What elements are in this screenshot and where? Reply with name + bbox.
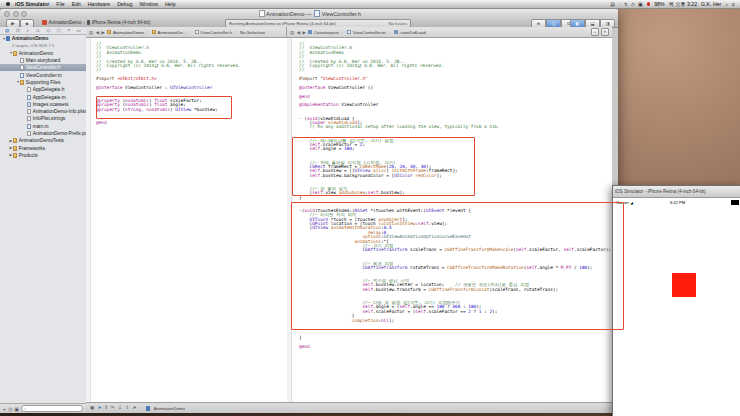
navigator-item-label: ViewController.h: [26, 65, 61, 70]
step-over-icon[interactable]: ↷: [111, 404, 115, 412]
simulator-titlebar[interactable]: iOS Simulator - iPhone Retina (4-inch 64…: [613, 186, 740, 198]
fileh-icon: [27, 131, 31, 136]
jumpbar-crumb-animationdemo[interactable]: AnimationDemo: [107, 30, 144, 35]
menu-item-window[interactable]: Window: [139, 1, 157, 7]
project-navigator-icon[interactable]: ▤: [5, 27, 9, 35]
navigator-item-animationdemo[interactable]: ▼AnimationDemo: [0, 50, 86, 57]
simulate-location-icon[interactable]: ➤: [133, 404, 137, 412]
status-text: Running AnimationDemo on iPhone Retina (…: [229, 21, 336, 26]
add-assistant-editor-icon[interactable]: +: [591, 28, 599, 36]
navigator-item-supporting-files[interactable]: ▼Supporting Files: [0, 79, 86, 86]
filem-icon: [27, 124, 31, 129]
navigator-item-label: ViewController.m: [26, 73, 62, 78]
navigator-item-main-storyboard[interactable]: Main.storyboard: [0, 57, 86, 64]
menubar-status-area: ▤◌↯◇▣ 98% 목 오후 3:22 G.K. Her ⌕ ≡: [610, 0, 740, 8]
annotation-box-3: [291, 202, 625, 331]
notification-center-icon[interactable]: ≡: [732, 0, 735, 8]
navigator-item-main-m[interactable]: main.m: [0, 123, 86, 130]
left-editor-jumpbar: ▤ ◀ ▶ AnimationDemo〉AnimationDe…〉ViewCon…: [86, 27, 287, 38]
menu-item-hardware[interactable]: Hardware: [88, 1, 111, 7]
jumpbar-crumb-no-selection[interactable]: No Selection: [240, 30, 265, 35]
navigator-item-infoplist-strings[interactable]: InfoPlist.strings: [0, 115, 86, 122]
primary-editor[interactable]: //// ViewController.h// AnimationDemo///…: [86, 38, 288, 403]
issue-navigator-icon[interactable]: ⚠: [36, 27, 40, 35]
scm-filter-icon[interactable]: ▣: [14, 405, 19, 413]
annotation-box-2: [292, 137, 475, 196]
pause-icon[interactable]: ‖: [105, 404, 107, 412]
animated-box-view[interactable]: [672, 273, 696, 297]
step-into-icon[interactable]: ↧: [118, 404, 122, 412]
toggle-debug-area-icon[interactable]: ▣: [90, 404, 94, 412]
window-title: AnimationDemo — ViewController.h: [0, 10, 618, 17]
navigator-item-label: main.m: [33, 124, 49, 129]
battery-icon[interactable]: ▣: [638, 0, 643, 8]
breakpoints-toggle-icon[interactable]: ➤: [98, 404, 102, 412]
volume-icon[interactable]: ◌: [618, 0, 621, 8]
debug-navigator-icon[interactable]: ⬡: [57, 27, 61, 35]
menu-item-debug[interactable]: Debug: [117, 1, 132, 7]
process-icon: [146, 406, 150, 411]
navigator-item-label: AppDelegate.h: [33, 87, 65, 92]
log-navigator-icon[interactable]: ▭: [77, 27, 81, 35]
symbol-navigator-icon[interactable]: ⌬: [16, 27, 20, 35]
timemachine-icon[interactable]: ◇: [631, 0, 635, 8]
navigator-item-products[interactable]: ▶Products: [0, 152, 86, 159]
scheme-name: AnimationDemo: [49, 20, 82, 25]
filter-search-icon: ⌕: [24, 406, 26, 411]
close-assistant-editor-icon[interactable]: ✕: [601, 28, 609, 36]
find-navigator-icon[interactable]: ⌕: [27, 27, 30, 35]
jumpbar-crumb-animationde-[interactable]: AnimationDe…: [152, 30, 187, 35]
spotlight-icon[interactable]: ⌕: [725, 0, 728, 8]
navigator-item-animationdemo[interactable]: ▼AnimationDemo: [0, 35, 86, 42]
navigator-item-appdelegate-m[interactable]: AppDelegate.m: [0, 93, 86, 100]
menubar-user[interactable]: G.K. Her: [701, 1, 721, 7]
navigator-item-label: AnimationDemo: [19, 51, 53, 56]
navigator-item-animationdemotests[interactable]: ▶AnimationDemoTests: [0, 137, 86, 144]
simulator-screen[interactable]: Carrier ◢ 3:22 PM: [613, 198, 740, 416]
jumpbar-crumb-viewcontroller-m[interactable]: ViewController.m: [347, 30, 386, 35]
scheme-selector[interactable]: AnimationDemo › iPhone Retina (4-inch 64…: [42, 19, 150, 26]
navigator-item-appdelegate-h[interactable]: AppDelegate.h: [0, 86, 86, 93]
process-name: AnimationDemo: [154, 406, 185, 411]
menu-item-ios-simulator[interactable]: iOS Simulator: [15, 1, 49, 7]
filter-icons: ◷▣: [8, 405, 19, 413]
back-icon[interactable]: ◀: [297, 30, 300, 35]
apple-menu-icon[interactable]: [6, 2, 10, 6]
navigator-item-animationdemo-info-plist[interactable]: AnimationDemo-Info.plist: [0, 108, 86, 115]
jumpbar-crumb-viewcontroller-h[interactable]: ViewController.h: [195, 30, 232, 35]
navigator-item-images-xcassets[interactable]: Images.xcassets: [0, 101, 86, 108]
forward-icon[interactable]: ▶: [102, 30, 105, 35]
bluetooth-icon[interactable]: ↯: [624, 0, 628, 8]
jumpbar-crumb--viewdidload[interactable]: -viewDidLoad: [394, 30, 426, 35]
debug-process-popup[interactable]: AnimationDemo: [146, 406, 185, 411]
menu-item-file[interactable]: File: [56, 1, 64, 7]
menu-item-help[interactable]: Help: [165, 1, 176, 7]
filter-field[interactable]: ⌕: [21, 405, 83, 413]
add-item-icon[interactable]: +: [3, 405, 6, 413]
navigator-item-frameworks[interactable]: ▶Frameworks: [0, 144, 86, 151]
breakpoint-navigator-icon[interactable]: ⌗: [67, 27, 70, 35]
recording-indicator-icon[interactable]: [647, 2, 651, 6]
xcassets-icon: [27, 102, 31, 107]
menu-item-edit[interactable]: Edit: [72, 1, 81, 7]
navigator-item-label: Products: [19, 153, 38, 158]
code-line: @end: [299, 345, 611, 349]
menubar-clock[interactable]: 목 오후 3:22: [669, 1, 698, 8]
step-out-icon[interactable]: ↥: [125, 404, 129, 412]
test-navigator-icon[interactable]: ◇: [47, 27, 51, 35]
display-icon[interactable]: ▤: [610, 0, 615, 8]
navigator-item-animationdemo-prefix-pch[interactable]: AnimationDemo-Prefix.pch: [0, 130, 86, 137]
jumpbar-crumb-counterparts[interactable]: Counterparts: [308, 30, 339, 35]
navigator-item-viewcontroller-m[interactable]: ViewController.m: [0, 71, 86, 78]
fileh-icon: [195, 30, 199, 35]
related-items-icon[interactable]: ▤: [290, 30, 294, 35]
crumb-separator-icon: 〉: [234, 30, 238, 35]
forward-icon[interactable]: ▶: [303, 30, 306, 35]
battery-percent[interactable]: 98%: [654, 1, 664, 7]
navigator-item-label: AppDelegate.m: [33, 95, 66, 100]
back-icon[interactable]: ◀: [96, 30, 99, 35]
recent-files-filter-icon[interactable]: ◷: [8, 405, 12, 413]
desktop: iOS SimulatorFileEditHardwareDebugWindow…: [0, 0, 740, 416]
navigator-item-viewcontroller-h[interactable]: ViewController.h: [0, 64, 86, 71]
related-items-icon[interactable]: ▤: [89, 30, 93, 35]
